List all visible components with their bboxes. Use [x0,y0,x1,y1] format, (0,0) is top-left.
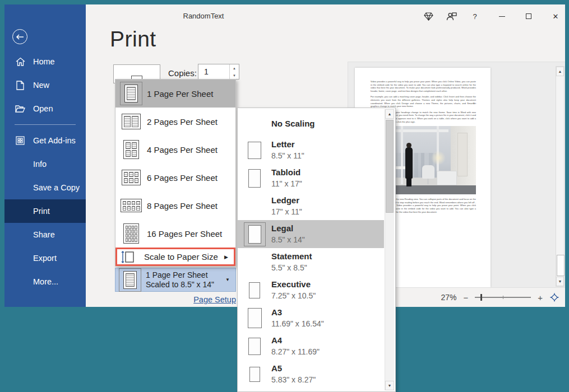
menu-item-1-page-per-sheet[interactable]: 1 Page Per Sheet [115,80,235,108]
paper-size: 8.27" x 11.69" [271,347,320,357]
maximize-glyph [526,13,531,19]
office-chair [422,165,434,179]
selected-icon-box [119,268,141,292]
page-setup-container: Page Setup [115,295,236,304]
feedback-icon[interactable] [445,10,457,22]
one-page-per-sheet-icon [124,85,138,102]
sidebar-item-label: More... [33,277,58,286]
paper-name: A5 [271,363,316,374]
paper-option-statement[interactable]: Statement 5.5" x 8.5" [238,248,384,276]
one-page-per-sheet-icon [123,271,137,289]
sidebar-item-home[interactable]: Home [4,50,86,73]
zoom-slider-thumb[interactable] [480,294,482,301]
preview-paragraph: Video provides a powerful way to help yo… [371,80,476,92]
sidebar-item-save-a-copy[interactable]: Save a Copy [4,176,86,199]
sidebar-item-label: Export [33,254,57,263]
paper-name: A3 [271,307,324,318]
zoom-in-button[interactable]: + [536,293,544,302]
sidebar-item-print[interactable]: Print [4,199,86,223]
paper-option-legal-selected[interactable]: Legal 8.5" x 14" [238,220,384,248]
sidebar-item-open[interactable]: Open [4,97,86,120]
submenu-scrollbar[interactable]: ▲ ▼ [385,109,394,390]
sidebar-item-info[interactable]: Info [4,152,86,176]
scroll-up-button[interactable]: ▲ [556,67,564,76]
scroll-up-button[interactable]: ▲ [385,109,394,119]
paper-option-a4[interactable]: A4 8.27" x 11.69" [238,332,384,360]
sidebar-item-new[interactable]: New [4,73,86,97]
minimize-button[interactable] [496,10,508,22]
paper-option-executive[interactable]: Executive 7.25" x 10.5" [238,276,384,304]
sidebar-item-export[interactable]: Export [4,246,86,270]
paper-option-no-scaling[interactable]: No Scaling [238,111,384,136]
paper-option-tabloid[interactable]: Tabloid 11" x 17" [238,164,384,192]
zoom-out-button[interactable]: − [462,293,469,302]
paper-a4-icon [248,338,261,355]
preview-scrollbar[interactable]: ▲ ▼ [556,66,565,287]
paper-option-ledger[interactable]: Ledger 17" x 11" [238,192,384,220]
help-icon[interactable]: ? [469,10,481,22]
six-pages-per-sheet-icon [122,170,141,185]
scale-icon-svg [121,250,135,264]
gem-icon[interactable] [422,10,434,22]
copies-value: 1 [198,64,229,79]
paper-tabloid-icon [248,169,261,188]
menu-item-scale-to-paper-size[interactable]: Scale to Paper Size ▶ [115,248,235,266]
selected-icon-box [120,82,142,105]
menu-item-label: 2 Pages Per Sheet [147,117,218,127]
zoom-to-page-icon[interactable] [549,292,559,302]
submenu-scrollbar-thumb[interactable] [386,120,394,213]
paper-name: Letter [271,139,304,150]
paper-name: Ledger [271,195,302,206]
menu-item-8-pages-per-sheet[interactable]: 8 Pages Per Sheet [115,192,235,220]
maximize-button[interactable] [522,10,535,22]
dropdown-current-sublabel: Scaled to 8.5" x 14" [146,280,225,289]
help-glyph: ? [473,12,477,21]
paper-option-a3[interactable]: A3 11.69" x 16.54" [238,304,384,332]
spin-down-button[interactable]: ▼ [230,72,239,79]
sidebar-item-get-add-ins[interactable]: Get Add-ins [4,129,86,152]
sidebar-item-label: Info [33,160,47,169]
page-setup-link[interactable]: Page Setup [193,295,236,304]
paper-executive-icon [249,282,260,298]
sidebar-item-label: Save a Copy [33,183,80,192]
scroll-down-button[interactable]: ▼ [556,277,564,286]
close-button[interactable]: ✕ [549,10,562,22]
four-pages-per-sheet-icon [123,140,139,159]
scroll-down-button[interactable]: ▼ [385,381,394,390]
feedback-icon-svg [446,12,457,21]
menu-item-6-pages-per-sheet[interactable]: 6 Pages Per Sheet [115,164,235,192]
dropdown-current-label: 1 Page Per Sheet [146,270,225,279]
sidebar-item-more[interactable]: More... [4,270,86,293]
paper-size: 8.5" x 14" [271,235,305,245]
copies-stepper[interactable]: 1 ▲ ▼ [198,64,239,80]
pages-per-sheet-dropdown-button[interactable]: 1 Page Per Sheet Scaled to 8.5" x 14" ▼ [115,268,236,292]
back-button[interactable] [12,29,27,44]
paper-option-a5[interactable]: A5 5.83" x 8.27" [238,360,384,388]
sidebar-item-share[interactable]: Share [4,223,86,246]
preview-paragraph: For example, you can add a matching cove… [371,95,476,108]
scroll-up-icon: ▲ [558,69,562,73]
paper-name: A4 [271,335,320,346]
minimize-glyph [499,16,505,17]
paper-size: 11.69" x 16.54" [271,319,324,329]
sidebar-nav: Home New Open Get Add-ins [4,50,86,293]
zoom-slider[interactable] [475,293,531,301]
paper-name: Legal [271,223,305,234]
paper-letter-icon [248,142,261,159]
chevron-down-icon: ▼ [225,277,235,282]
menu-item-4-pages-per-sheet[interactable]: 4 Pages Per Sheet [115,136,235,164]
paper-option-letter[interactable]: Letter 8.5" x 11" [238,136,384,164]
two-pages-per-sheet-icon [122,114,141,129]
paper-name: No Scaling [271,119,315,129]
sixteen-pages-per-sheet-icon [123,223,139,244]
scale-to-paper-icon [121,250,137,264]
paper-name: Executive [271,279,316,290]
spin-up-button[interactable]: ▲ [230,64,239,72]
menu-item-label: Scale to Paper Size [144,252,224,262]
menu-item-2-pages-per-sheet[interactable]: 2 Pages Per Sheet [115,108,235,136]
preview-scrollbar-thumb[interactable] [557,255,565,276]
pages-per-sheet-menu: 1 Page Per Sheet 2 Pages Per Sheet 4 Pag… [115,79,236,267]
menu-item-16-pages-per-sheet[interactable]: 16 Pages Per Sheet [115,220,235,248]
open-folder-icon [15,103,26,114]
scale-to-paper-size-submenu: No Scaling Letter 8.5" x 11" Tabloid 11"… [237,108,396,392]
